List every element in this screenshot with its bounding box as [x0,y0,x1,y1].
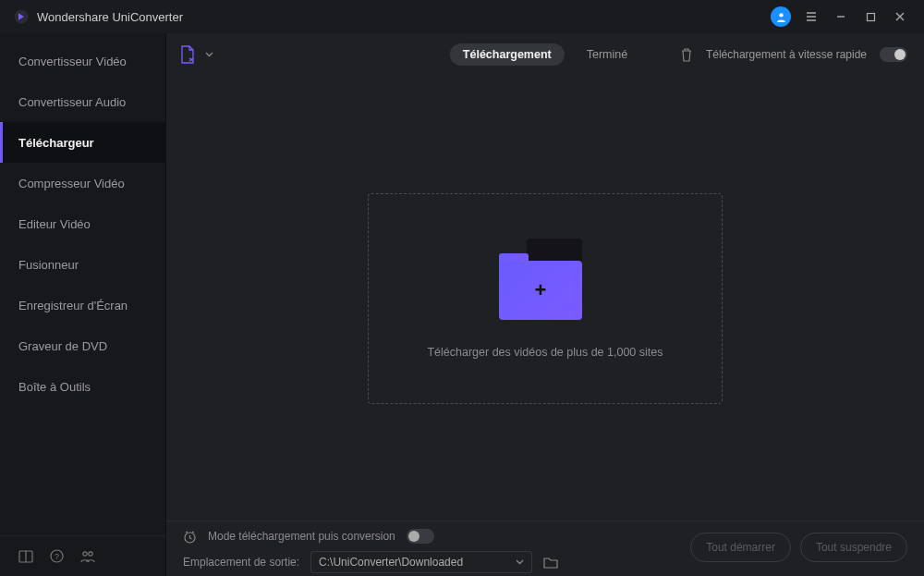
trash-icon[interactable] [680,48,693,62]
dropzone[interactable]: + Télécharger des vidéos de plus de 1,00… [368,193,723,404]
sidebar-item-label: Fusionneur [18,258,79,272]
titlebar: Wondershare UniConverter [0,0,924,33]
sidebar-item-audio-converter[interactable]: Convertisseur Audio [0,81,165,122]
clock-icon [183,530,197,544]
library-icon[interactable] [18,550,33,563]
main: Téléchargement Terminé Téléchargement à … [166,33,924,576]
pause-all-button[interactable]: Tout suspendre [800,533,907,562]
chevron-down-icon [516,559,524,565]
folder-add-icon: + [499,239,591,320]
sidebar-item-label: Convertisseur Vidéo [18,55,127,68]
help-icon[interactable]: ? [50,549,64,563]
start-all-button[interactable]: Tout démarrer [690,533,791,562]
sidebar-item-toolbox[interactable]: Boîte à Outils [0,366,165,407]
add-url-button[interactable] [179,45,213,64]
sidebar-item-screen-recorder[interactable]: Enregistreur d'Écran [0,285,165,325]
sidebar-item-dvd-burner[interactable]: Graveur de DVD [0,325,165,366]
svg-rect-2 [867,13,874,20]
sidebar-footer: ? [0,535,165,576]
tab-bar: Téléchargement Terminé [450,43,640,66]
fast-download-toggle[interactable] [880,47,907,62]
sidebar-item-label: Convertisseur Audio [18,95,126,109]
sidebar: Convertisseur Vidéo Convertisseur Audio … [0,33,166,576]
app-logo-icon [13,8,30,25]
sidebar-item-video-editor[interactable]: Editeur Vidéo [0,203,165,244]
sidebar-item-label: Enregistreur d'Écran [18,299,128,313]
account-icon[interactable] [771,6,791,27]
content-area: + Télécharger des vidéos de plus de 1,00… [166,76,924,521]
tab-downloading[interactable]: Téléchargement [450,43,565,66]
menu-icon[interactable] [796,4,826,30]
close-button[interactable] [885,4,915,30]
fast-download-label: Téléchargement à vitesse rapide [706,48,867,61]
community-icon[interactable] [80,550,95,563]
toolbar: Téléchargement Terminé Téléchargement à … [166,33,924,76]
tab-label: Terminé [587,48,627,61]
convert-mode-toggle[interactable] [407,529,434,544]
svg-point-6 [83,551,87,555]
tab-label: Téléchargement [463,48,552,61]
footer: Mode téléchargement puis conversion Empl… [166,521,924,576]
sidebar-item-merger[interactable]: Fusionneur [0,244,165,285]
svg-text:?: ? [55,552,59,561]
svg-point-7 [89,551,92,555]
dropzone-text: Télécharger des vidéos de plus de 1,000 … [427,346,663,359]
sidebar-item-label: Editeur Vidéo [18,217,91,231]
app-title: Wondershare UniConverter [37,10,183,24]
sidebar-item-label: Boîte à Outils [18,380,91,394]
sidebar-item-label: Téléchargeur [18,136,94,150]
minimize-button[interactable] [826,4,856,30]
output-location-label: Emplacement de sortie: [183,556,299,569]
chevron-down-icon [205,52,213,57]
sidebar-item-label: Graveur de DVD [18,339,107,353]
sidebar-item-video-compressor[interactable]: Compresseur Vidéo [0,163,165,203]
output-location-select[interactable]: C:\UniConverter\Downloaded [310,551,532,573]
svg-point-1 [779,13,783,17]
open-folder-icon[interactable] [543,557,558,569]
output-path: C:\UniConverter\Downloaded [319,556,463,569]
tab-finished[interactable]: Terminé [574,43,640,66]
convert-mode-label: Mode téléchargement puis conversion [208,530,395,543]
sidebar-item-video-converter[interactable]: Convertisseur Vidéo [0,41,165,81]
maximize-button[interactable] [856,4,885,30]
sidebar-item-downloader[interactable]: Téléchargeur [0,122,165,163]
sidebar-item-label: Compresseur Vidéo [18,177,125,190]
